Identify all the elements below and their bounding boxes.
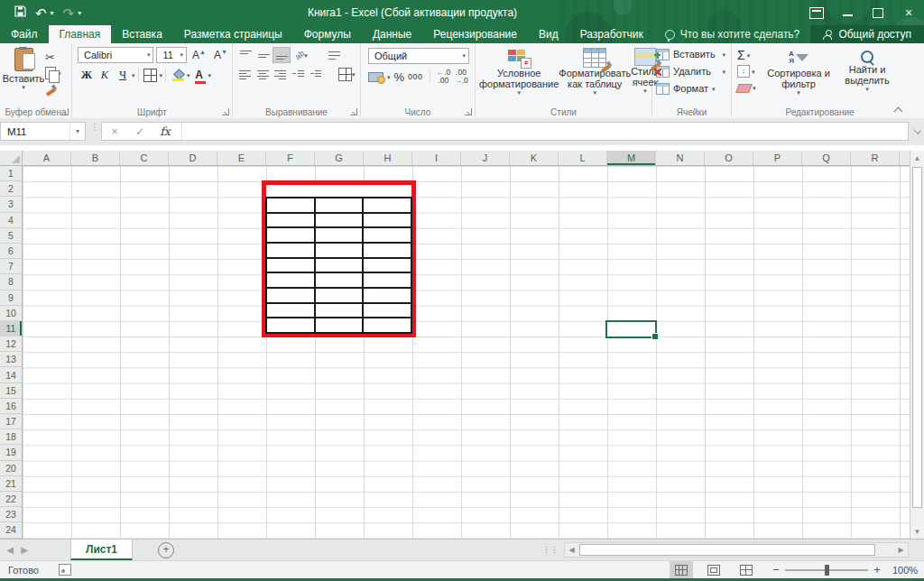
number-dialog-launcher-icon[interactable] bbox=[465, 108, 472, 115]
column-header-G[interactable]: G bbox=[315, 151, 364, 165]
bordered-cell[interactable] bbox=[266, 303, 315, 318]
zoom-in-button[interactable]: + bbox=[868, 563, 886, 576]
font-size-select[interactable]: 11▾ bbox=[156, 47, 187, 63]
bordered-cell[interactable] bbox=[363, 227, 411, 243]
select-all-corner[interactable] bbox=[0, 151, 23, 166]
column-header-J[interactable]: J bbox=[461, 151, 510, 165]
sheet-tab-list1[interactable]: Лист1 bbox=[70, 540, 133, 560]
align-middle-button[interactable] bbox=[254, 47, 273, 63]
column-header-P[interactable]: P bbox=[753, 151, 802, 165]
column-header-L[interactable]: L bbox=[559, 151, 607, 165]
column-header-B[interactable]: B bbox=[71, 151, 120, 165]
fill-button[interactable]: ↓▾ bbox=[735, 63, 762, 79]
name-box[interactable]: M11 ▾ bbox=[0, 122, 86, 141]
bordered-cell[interactable] bbox=[363, 303, 411, 318]
column-header-F[interactable]: F bbox=[266, 151, 315, 165]
expand-formula-bar-icon[interactable] bbox=[912, 127, 921, 134]
zoom-out-button[interactable]: − bbox=[767, 563, 785, 576]
bordered-cell[interactable] bbox=[315, 318, 364, 333]
column-header-N[interactable]: N bbox=[656, 151, 705, 165]
next-sheet-icon[interactable]: ▶ bbox=[14, 540, 34, 560]
ribbon-display-options-icon[interactable] bbox=[801, 0, 832, 25]
italic-button[interactable]: К bbox=[96, 67, 114, 83]
conditional-formatting-button[interactable]: ≠ Условное форматирование ▾ bbox=[479, 46, 559, 106]
scroll-right-icon[interactable]: ▶ bbox=[894, 543, 908, 557]
zoom-slider[interactable] bbox=[785, 569, 868, 571]
increase-font-icon[interactable]: A▲ bbox=[189, 49, 208, 61]
fill-handle[interactable] bbox=[651, 333, 659, 340]
bordered-cell[interactable] bbox=[315, 243, 364, 258]
horizontal-scroll-thumb[interactable] bbox=[579, 544, 875, 556]
font-color-button[interactable]: А bbox=[190, 67, 208, 83]
row-header-2[interactable]: 2 bbox=[0, 181, 22, 197]
row-header-10[interactable]: 10 bbox=[0, 306, 22, 321]
align-left-button[interactable] bbox=[236, 66, 254, 82]
delete-cells-button[interactable]: Удалить▾ bbox=[656, 63, 729, 79]
orientation-button[interactable]: ab▾ bbox=[291, 47, 312, 63]
ribbon-tab[interactable]: Данные bbox=[362, 25, 422, 43]
name-box-dropdown-icon[interactable]: ▾ bbox=[69, 123, 85, 140]
ribbon-tab[interactable]: Файл bbox=[0, 25, 49, 43]
accounting-dropdown[interactable]: ▾ bbox=[387, 74, 391, 80]
accounting-format-icon[interactable] bbox=[368, 72, 383, 82]
borders-button[interactable] bbox=[142, 67, 160, 83]
bordered-cell[interactable] bbox=[363, 318, 411, 333]
bordered-cell[interactable] bbox=[363, 243, 411, 258]
page-layout-view-button[interactable] bbox=[702, 561, 725, 578]
decrease-decimal-button[interactable]: .00→.0 bbox=[454, 69, 468, 85]
page-break-view-button[interactable] bbox=[735, 561, 758, 578]
selected-cell-M11[interactable] bbox=[605, 320, 657, 338]
row-header-3[interactable]: 3 bbox=[0, 197, 22, 212]
borders-dropdown[interactable]: ▾ bbox=[160, 72, 163, 78]
formula-bar-grip[interactable]: ⋮ bbox=[90, 125, 99, 129]
normal-view-button[interactable] bbox=[670, 561, 693, 578]
row-header-18[interactable]: 18 bbox=[0, 429, 22, 445]
underline-dropdown[interactable]: ▾ bbox=[132, 72, 135, 78]
increase-indent-button[interactable] bbox=[307, 66, 325, 82]
row-header-4[interactable]: 4 bbox=[0, 213, 22, 228]
font-dialog-launcher-icon[interactable] bbox=[222, 108, 229, 115]
bordered-cell[interactable] bbox=[266, 198, 315, 213]
cells-grid[interactable] bbox=[23, 166, 910, 539]
horizontal-scrollbar[interactable]: ◀ ▶ bbox=[564, 542, 909, 558]
row-header-15[interactable]: 15 bbox=[0, 383, 22, 399]
clear-button[interactable]: ▾ bbox=[735, 79, 762, 96]
bordered-cell[interactable] bbox=[315, 303, 364, 318]
bordered-cell[interactable] bbox=[315, 213, 364, 228]
column-header-C[interactable]: C bbox=[120, 151, 169, 165]
bordered-cell[interactable] bbox=[363, 213, 411, 228]
row-header-1[interactable]: 1 bbox=[0, 166, 22, 181]
collapse-ribbon-icon[interactable] bbox=[894, 106, 902, 114]
comma-style-button[interactable]: 000 bbox=[408, 72, 423, 81]
alignment-dialog-launcher-icon[interactable] bbox=[350, 108, 357, 115]
bordered-cell[interactable] bbox=[266, 227, 315, 243]
increase-decimal-button[interactable]: ←.0.00 bbox=[437, 69, 451, 85]
row-header-19[interactable]: 19 bbox=[0, 445, 22, 460]
row-header-16[interactable]: 16 bbox=[0, 399, 22, 414]
bordered-cell[interactable] bbox=[266, 258, 315, 273]
bordered-cell[interactable] bbox=[315, 198, 364, 213]
ribbon-tab[interactable]: Главная bbox=[49, 25, 112, 43]
ribbon-tab[interactable]: Вид bbox=[528, 25, 569, 43]
number-format-select[interactable]: Общий▾ bbox=[368, 48, 469, 64]
tell-me-box[interactable]: Что вы хотите сделать? bbox=[654, 25, 811, 43]
bordered-cell[interactable] bbox=[363, 288, 411, 303]
bordered-cell[interactable] bbox=[315, 258, 364, 273]
column-header-R[interactable]: R bbox=[851, 151, 900, 165]
scroll-down-icon[interactable]: ▼ bbox=[910, 524, 924, 539]
row-header-5[interactable]: 5 bbox=[0, 228, 22, 244]
cut-button[interactable]: ✂ bbox=[43, 49, 63, 65]
align-top-button[interactable] bbox=[236, 47, 254, 63]
column-header-E[interactable]: E bbox=[217, 151, 266, 165]
share-button[interactable]: Общий доступ bbox=[810, 25, 924, 43]
align-bottom-button[interactable] bbox=[273, 47, 291, 63]
font-family-select[interactable]: Calibri▾ bbox=[78, 47, 153, 63]
close-button[interactable]: × bbox=[893, 0, 924, 25]
bordered-cell[interactable] bbox=[266, 288, 315, 303]
paste-dropdown[interactable]: ▾ bbox=[22, 84, 25, 90]
scroll-up-icon[interactable]: ▲ bbox=[910, 151, 924, 165]
format-painter-button[interactable] bbox=[43, 81, 63, 97]
minimize-button[interactable] bbox=[832, 0, 863, 25]
column-header-D[interactable]: D bbox=[169, 151, 217, 165]
fill-color-button[interactable] bbox=[169, 67, 187, 83]
